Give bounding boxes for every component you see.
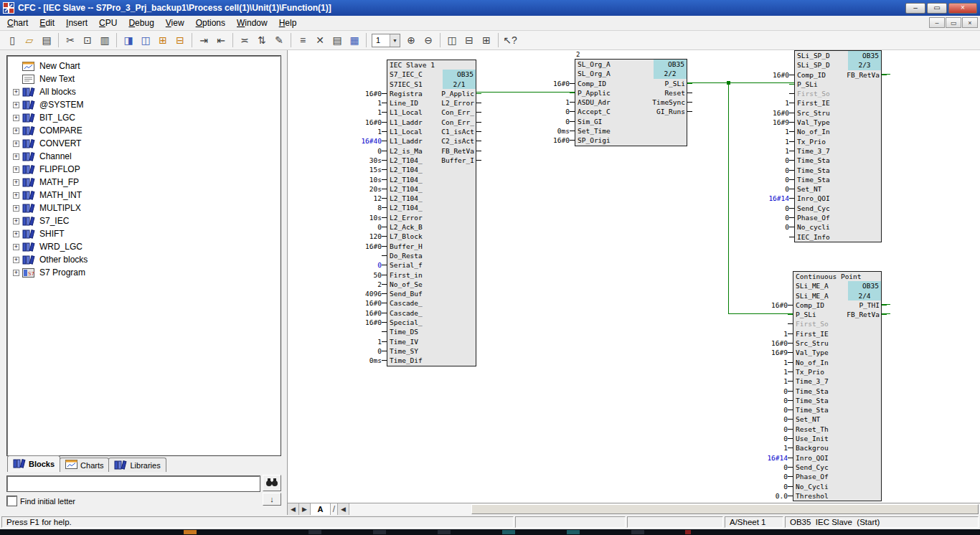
wire-papplic[interactable]: [476, 92, 575, 93]
expander-icon[interactable]: +: [13, 244, 19, 250]
input-pin-tick[interactable]: [570, 93, 575, 93]
pin-value[interactable]: 12: [374, 194, 382, 203]
input-pin-name[interactable]: L1_Local: [387, 128, 423, 136]
input-pin-tick[interactable]: [382, 217, 387, 218]
input-pin-name[interactable]: Set_Time: [575, 127, 611, 135]
input-pin-tick[interactable]: [789, 75, 794, 75]
input-pin-tick[interactable]: [570, 131, 575, 131]
input-pin-name[interactable]: Use_Init: [793, 435, 829, 442]
output-pin-tick[interactable]: [476, 93, 481, 94]
input-pin-name[interactable]: IEC_Info: [795, 233, 830, 241]
goto-connection-icon[interactable]: ⇥: [195, 32, 212, 48]
pin-value[interactable]: 16#0: [553, 136, 570, 145]
output-pin-name[interactable]: Con_Err_: [441, 118, 474, 127]
expander-icon[interactable]: +: [13, 89, 19, 95]
input-pin-tick[interactable]: [789, 113, 794, 113]
pin-value[interactable]: 0: [783, 396, 788, 405]
output-pin-name[interactable]: P_THI: [859, 300, 880, 310]
pin-value[interactable]: 16#0: [365, 308, 382, 318]
input-pin-tick[interactable]: [382, 351, 387, 351]
input-pin-tick[interactable]: [382, 313, 387, 313]
input-pin-name[interactable]: Line_ID: [387, 99, 418, 107]
expander-icon[interactable]: +: [13, 102, 19, 108]
input-pin-tick[interactable]: [788, 409, 793, 410]
output-pin-tick[interactable]: [882, 305, 887, 306]
block-iec-slave[interactable]: IEC Slave 1S7_IEC_CS7IEC_S1OB352/116#0Re…: [387, 60, 476, 366]
input-pin-name[interactable]: Phase_Of: [795, 214, 830, 222]
input-pin-name[interactable]: L1_Laddr: [387, 118, 423, 126]
tree-item-new-chart[interactable]: New Chart: [8, 60, 280, 72]
pin-value[interactable]: 0: [785, 156, 789, 165]
pin-value[interactable]: 0: [783, 434, 788, 443]
tree-item-wrd-lgc[interactable]: +WRD_LGC: [8, 240, 280, 253]
input-pin-tick[interactable]: [382, 275, 387, 275]
pin-value[interactable]: 16#14: [768, 194, 789, 203]
input-pin-name[interactable]: Time_Sta: [793, 406, 829, 414]
input-pin-name[interactable]: Time_DS: [387, 328, 418, 336]
input-pin-tick[interactable]: [789, 103, 794, 103]
input-pin-tick[interactable]: [789, 131, 794, 132]
input-pin-name[interactable]: No_of_In: [793, 359, 829, 366]
expander-icon[interactable]: +: [13, 166, 19, 173]
input-pin-name[interactable]: Time_Sta: [793, 387, 829, 395]
input-pin-name[interactable]: First_IE: [795, 99, 830, 107]
input-pin-tick[interactable]: [382, 169, 387, 170]
input-pin-tick[interactable]: [382, 93, 387, 94]
input-pin-tick[interactable]: [382, 360, 387, 361]
menu-help[interactable]: Help: [273, 16, 303, 29]
input-pin-tick[interactable]: [788, 323, 793, 324]
input-pin-tick[interactable]: [382, 112, 387, 113]
pin-value[interactable]: 16#0: [365, 118, 382, 127]
output-pin-name[interactable]: FB_RetVa: [847, 310, 880, 319]
input-pin-name[interactable]: L7_Block: [387, 232, 423, 240]
input-pin-name[interactable]: L2_T104_: [387, 176, 423, 184]
pin-value[interactable]: 1: [783, 377, 788, 386]
new-icon[interactable]: ▯: [4, 32, 21, 48]
input-pin-tick[interactable]: [788, 305, 793, 306]
expander-icon[interactable]: +: [13, 179, 19, 186]
expander-icon[interactable]: +: [13, 192, 19, 199]
input-pin-name[interactable]: Time_Dif: [387, 356, 423, 364]
pin-value[interactable]: 0: [783, 482, 788, 491]
input-pin-tick[interactable]: [789, 179, 794, 180]
tree-item-convert[interactable]: +CONVERT: [8, 137, 280, 150]
input-pin-tick[interactable]: [788, 496, 793, 496]
output-pin-tick[interactable]: [882, 314, 887, 315]
output-pin-name[interactable]: L2_Error: [441, 98, 474, 108]
input-pin-name[interactable]: Src_Stru: [795, 109, 830, 117]
input-pin-tick[interactable]: [789, 208, 794, 209]
pin-value[interactable]: 0: [783, 405, 788, 415]
menu-view[interactable]: View: [160, 16, 190, 29]
tree-item-channel[interactable]: +Channel: [8, 150, 280, 163]
input-pin-tick[interactable]: [382, 122, 387, 123]
input-pin-name[interactable]: L2_T104_: [387, 204, 423, 212]
output-pin-tick[interactable]: [476, 131, 481, 132]
sheet-prev-button[interactable]: ◀: [288, 503, 299, 515]
output-pin-tick[interactable]: [687, 111, 692, 112]
input-pin-tick[interactable]: [570, 83, 575, 84]
restore-button[interactable]: ▭: [927, 3, 947, 14]
input-pin-name[interactable]: Serial_f: [387, 261, 423, 269]
input-pin-tick[interactable]: [382, 284, 387, 285]
find-button[interactable]: [263, 475, 281, 491]
chevron-down-icon[interactable]: ▼: [390, 34, 400, 47]
input-pin-name[interactable]: Tx_Prio: [795, 138, 826, 146]
pin-value[interactable]: 2: [377, 280, 382, 289]
input-pin-name[interactable]: Time_IV: [387, 338, 418, 346]
output-pin-name[interactable]: FB_RetVa: [847, 70, 880, 80]
search-input[interactable]: [7, 476, 260, 491]
input-pin-tick[interactable]: [788, 352, 793, 353]
input-pin-tick[interactable]: [789, 217, 794, 218]
input-pin-tick[interactable]: [789, 170, 794, 171]
minimize-button[interactable]: –: [905, 3, 925, 14]
sheet-margins-icon[interactable]: ⊟: [171, 32, 189, 48]
cut-icon[interactable]: ✂: [62, 32, 79, 48]
input-pin-tick[interactable]: [789, 141, 794, 142]
cascade-windows-icon[interactable]: ◫: [443, 32, 461, 48]
pin-value[interactable]: 0: [783, 415, 788, 424]
scrollbar-thumb[interactable]: [471, 504, 979, 514]
input-pin-name[interactable]: P_SLi: [793, 311, 816, 318]
input-pin-name[interactable]: ASDU_Adr: [575, 98, 611, 106]
input-pin-name[interactable]: Do_Resta: [387, 252, 423, 260]
input-pin-tick[interactable]: [382, 246, 387, 247]
